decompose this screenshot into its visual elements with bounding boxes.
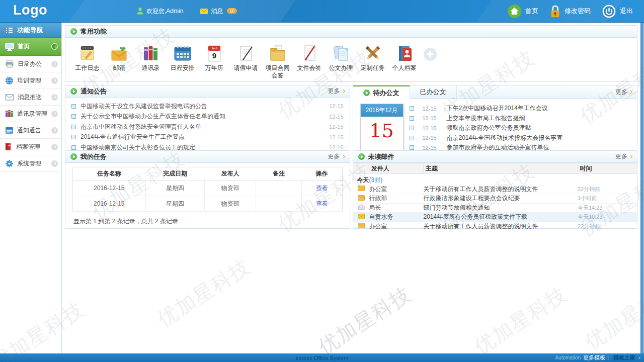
doc-item[interactable]: 12-15上交本年度市局工作报告提纲: [410, 114, 632, 124]
mail-row[interactable]: 办公室 关于移动所有工作人员薪资调整的说明文件 22分钟前: [353, 185, 637, 194]
doc-bullet-icon: [71, 125, 76, 129]
quick-item-calendar[interactable]: April9 万年历: [198, 42, 230, 72]
archive-book-icon: [5, 143, 13, 151]
printer-icon: [5, 60, 14, 68]
footer-more-templates-label: 更多模板：: [583, 354, 611, 361]
col-time: 时间: [578, 163, 637, 174]
home-link[interactable]: 首页: [507, 4, 538, 19]
sidebar-item-daily-office[interactable]: 日常办公: [0, 56, 61, 72]
add-quick-function-button[interactable]: [423, 47, 437, 63]
footer-automation-label: Automation: [555, 355, 581, 360]
quick-item-mailbox[interactable]: 邮箱: [103, 42, 135, 72]
pending-docs-panel: 待办公文 已办公文 更多 2016年12月 15 12-15下午2点中国移动召开…: [353, 85, 638, 147]
leave-request-icon: [236, 42, 256, 64]
chevron-right-icon: [51, 144, 58, 150]
quick-item-contract-folder[interactable]: 项目合同会签: [262, 42, 293, 79]
quick-item-schedule[interactable]: 日程安排: [167, 42, 198, 72]
doc-item[interactable]: 12-15领取南京政府办公室公务员津贴: [410, 123, 632, 133]
notices-more-link[interactable]: 更多: [328, 87, 345, 96]
top-header: Logo 欢迎您,Admin 消息 10 首页 修改密码 退出: [0, 0, 644, 23]
doc-bullet-icon: [410, 106, 414, 111]
tab-pending-docs[interactable]: 待办公文: [353, 85, 410, 99]
table-row: 2016-12-15 星期四 物资部 查看: [73, 180, 343, 196]
panel-title: 我的任务: [80, 152, 107, 161]
docs-more-link[interactable]: 更多: [615, 85, 637, 99]
sidebar-item-contacts-mgmt[interactable]: 通讯录管理: [0, 106, 61, 122]
mail-row[interactable]: 局长 部门劳动节放假相关通知 今天14:23: [353, 203, 637, 213]
quick-item-worklog[interactable]: 工作日志: [71, 42, 103, 72]
mails-header: 未读邮件 更多: [353, 151, 637, 163]
footer-system-name: xxxxxx Office System: [0, 355, 644, 361]
sidebar-item-announcements[interactable]: 通知通告: [0, 122, 61, 139]
notices-header: 通知公告 更多: [65, 85, 350, 98]
tab-done-docs[interactable]: 已办公文: [410, 85, 457, 99]
sidebar-item-message-push[interactable]: 消息推送: [0, 89, 61, 106]
sidebar-item-home[interactable]: 首页: [0, 38, 61, 56]
doc-bullet-icon: [71, 145, 76, 150]
footer-bar: xxxxxx Office System Automation 更多模板： 模板…: [0, 353, 644, 362]
chevron-right-icon: [637, 356, 640, 359]
tasks-table-header: 任务名称 完成日期 发布人 备注 操作: [73, 167, 343, 180]
vertical-scrollbar[interactable]: [640, 23, 644, 353]
mail-row[interactable]: 行政部 行政廉洁形象建设工程要点会议纪要 1小时前: [353, 194, 637, 204]
notice-item[interactable]: 南京市中国移动支付系统安全管理责任人名单12-15: [71, 122, 344, 132]
col-publisher: 发布人: [205, 167, 256, 180]
view-task-link[interactable]: 查看: [316, 200, 328, 207]
doc-bullet-icon: [410, 126, 414, 130]
contacts-icon: [141, 42, 161, 64]
notice-item[interactable]: 中国移动关于设立作风建设监督举报电话的公告12-15: [71, 101, 344, 112]
panel-dot-icon: [358, 153, 365, 160]
change-password-link[interactable]: 修改密码: [549, 5, 591, 18]
plus-icon: [423, 47, 437, 61]
mail-closed-icon: [358, 186, 365, 191]
messages-link[interactable]: 消息 10: [200, 7, 237, 16]
calendar-icon: April9: [204, 42, 224, 64]
doc-bullet-icon: [71, 104, 76, 109]
scrollbar-thumb[interactable]: [640, 23, 643, 353]
chevron-right-icon: [51, 111, 58, 117]
mails-list: 办公室 关于移动所有工作人员薪资调整的说明文件 22分钟前 行政部 行政廉洁形象…: [353, 185, 637, 231]
doc-bullet-icon: [410, 136, 414, 140]
tasks-more-link[interactable]: 更多: [328, 152, 345, 161]
chevron-right-icon: [51, 127, 58, 134]
panel-dot-icon: [70, 28, 77, 35]
logout-link[interactable]: 退出: [602, 4, 633, 19]
monitor-icon: [5, 43, 14, 51]
menu-list-icon: [6, 27, 13, 33]
quick-functions-header: 常用功能: [65, 26, 637, 38]
quick-item-custom-task[interactable]: 定制任务: [357, 42, 388, 72]
quick-item-file-sign[interactable]: 文件会签: [293, 42, 325, 72]
mail-row[interactable]: 自贡水务 2014年度所有公务员征税政策文件下载 今天10:23: [353, 213, 637, 222]
lock-icon: [549, 5, 561, 18]
welcome-user: 欢迎您,Admin: [137, 7, 183, 16]
quick-item-document-handle[interactable]: 公文办理: [325, 42, 357, 72]
personal-file-icon: [394, 42, 415, 64]
doc-item[interactable]: 12-15南京2014年全国移动技术投标大会报名事宜: [410, 133, 632, 143]
mails-more-link[interactable]: 更多: [615, 152, 632, 161]
schedule-icon: [173, 42, 193, 64]
mail-row[interactable]: 办公室 关于移动所有工作人员薪资调整的说明文件 22分钟前: [353, 222, 637, 231]
notices-panel: 通知公告 更多 中国移动关于设立作风建设监督举报电话的公告12-15 关于公示全…: [65, 85, 350, 147]
mailbox-icon: [109, 42, 129, 64]
sidebar-title: 功能导航: [0, 23, 61, 38]
footer-template-home-link[interactable]: 模板之家: [613, 354, 635, 361]
user-icon: [137, 8, 143, 15]
sidebar-item-training[interactable]: 培训管理: [0, 72, 61, 89]
envelope-icon: [5, 94, 14, 101]
power-icon: [602, 4, 616, 19]
mail-closed-icon: [358, 195, 365, 201]
quick-item-leave-request[interactable]: 请假申请: [230, 42, 262, 72]
quick-item-contacts[interactable]: 通讯录: [135, 42, 167, 72]
view-task-link[interactable]: 查看: [316, 185, 328, 192]
doc-item[interactable]: 12-15下午2点中国移动召开2014年工作会议: [410, 104, 632, 114]
mail-open-icon: [358, 204, 365, 210]
mail-group-label: 今天(3封): [353, 174, 637, 185]
notice-item[interactable]: 2014年全市通信行业安全生产工作要点12-15: [71, 132, 344, 143]
chevron-right-icon: [51, 160, 58, 167]
sidebar-item-system-mgmt[interactable]: 系统管理: [0, 155, 61, 172]
panel-dot-icon: [70, 88, 77, 95]
notice-item[interactable]: 关于公示全市中国移动办公生产双主体责任名单的通知12-15: [71, 112, 344, 122]
quick-item-personal-file[interactable]: 个人档案: [388, 42, 420, 72]
sidebar-item-archives[interactable]: 档案管理: [0, 139, 61, 155]
records-summary: 显示第 1 到第 2 条记录，总共 2 条记录: [72, 212, 343, 229]
